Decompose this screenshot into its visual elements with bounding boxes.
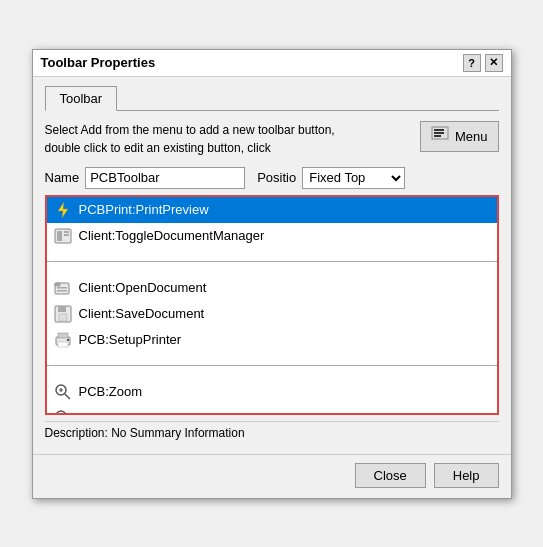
position-label: Positio — [257, 170, 296, 185]
list-item[interactable]: Client:ToggleDocumentManager — [47, 223, 497, 249]
zoom-icon — [53, 382, 73, 402]
svg-line-21 — [65, 394, 70, 399]
name-input[interactable] — [85, 167, 245, 189]
list-item-label: Client:ToggleDocumentManager — [79, 228, 265, 243]
list-separator — [47, 249, 497, 275]
tab-bar: Toolbar — [45, 85, 499, 111]
svg-rect-2 — [434, 132, 444, 134]
dialog-content: Toolbar Select Add from the menu to add … — [33, 77, 511, 454]
svg-rect-8 — [64, 234, 69, 236]
svg-rect-18 — [58, 342, 68, 347]
help-button[interactable]: Help — [434, 463, 499, 488]
open-icon — [53, 278, 73, 298]
list-item-label: Client:OpenDocument — [79, 280, 207, 295]
toolbar-properties-dialog: Toolbar Properties ? ✕ Toolbar Select Ad… — [32, 49, 512, 499]
svg-marker-4 — [58, 202, 68, 218]
menu-icon — [431, 126, 449, 147]
help-titlebar-button[interactable]: ? — [463, 54, 481, 72]
zoom2-icon — [53, 408, 73, 415]
tab-toolbar[interactable]: Toolbar — [45, 86, 118, 111]
list-item[interactable]: Client:SaveDocument — [47, 301, 497, 327]
svg-rect-7 — [64, 231, 69, 233]
list-item[interactable]: PCB:SetupPrinter — [47, 327, 497, 353]
description-bar-text: Description: No Summary Information — [45, 426, 245, 440]
list-item-label: PCB:Zoom — [79, 410, 143, 415]
list-item[interactable]: PCB:Zoom — [47, 379, 497, 405]
svg-rect-3 — [434, 135, 441, 137]
list-separator — [47, 353, 497, 379]
toolbar-list-container: PCBPrint:PrintPreview Client:ToggleDocum… — [45, 195, 499, 415]
flash-icon — [53, 200, 73, 220]
position-select[interactable]: Fixed Top Fixed Bottom Floating — [302, 167, 405, 189]
description-bar: Description: No Summary Information — [45, 421, 499, 446]
svg-rect-14 — [58, 306, 66, 312]
menu-button[interactable]: Menu — [420, 121, 499, 152]
list-item[interactable]: Client:OpenDocument — [47, 275, 497, 301]
close-titlebar-button[interactable]: ✕ — [485, 54, 503, 72]
svg-rect-15 — [59, 314, 67, 321]
titlebar: Toolbar Properties ? ✕ — [33, 50, 511, 77]
list-item-label: PCBPrint:PrintPreview — [79, 202, 209, 217]
list-item[interactable]: PCBPrint:PrintPreview — [47, 197, 497, 223]
svg-rect-10 — [55, 283, 60, 286]
list-item-label: PCB:SetupPrinter — [79, 332, 182, 347]
close-button[interactable]: Close — [355, 463, 426, 488]
svg-rect-1 — [434, 129, 444, 131]
svg-rect-12 — [57, 290, 67, 292]
desc-menu-row: Select Add from the menu to add a new to… — [45, 121, 499, 157]
menu-button-label: Menu — [455, 129, 488, 144]
titlebar-controls: ? ✕ — [463, 54, 503, 72]
svg-rect-19 — [67, 339, 69, 341]
toolbar-list: PCBPrint:PrintPreview Client:ToggleDocum… — [47, 197, 497, 415]
save-icon — [53, 304, 73, 324]
svg-rect-17 — [58, 333, 68, 338]
description-text: Select Add from the menu to add a new to… — [45, 121, 420, 157]
list-item-label: PCB:Zoom — [79, 384, 143, 399]
name-position-row: Name Positio Fixed Top Fixed Bottom Floa… — [45, 167, 499, 189]
name-label: Name — [45, 170, 80, 185]
svg-rect-11 — [57, 287, 67, 289]
dialog-title: Toolbar Properties — [41, 55, 156, 70]
printer-icon — [53, 330, 73, 350]
svg-rect-6 — [57, 231, 62, 241]
list-item[interactable]: PCB:Zoom — [47, 405, 497, 415]
dialog-footer: Close Help — [33, 454, 511, 498]
toggle-icon — [53, 226, 73, 246]
svg-point-24 — [56, 411, 66, 415]
list-item-label: Client:SaveDocument — [79, 306, 205, 321]
